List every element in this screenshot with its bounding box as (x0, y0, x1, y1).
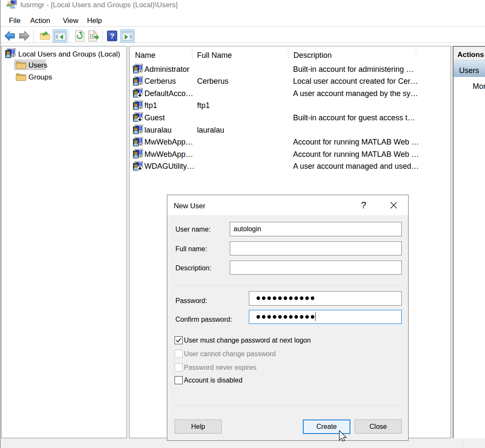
svg-text:?: ? (110, 32, 114, 40)
